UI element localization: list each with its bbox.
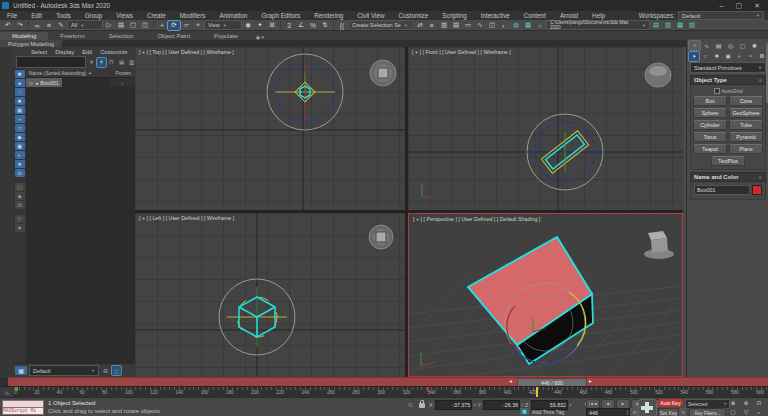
display-materials-toggle[interactable]: ◐	[15, 151, 25, 159]
pin-explorer-icon[interactable]: ◫	[112, 366, 121, 375]
menu-item[interactable]: Arnold	[553, 12, 585, 19]
menu-item[interactable]: Help	[585, 12, 612, 19]
object-type-button[interactable]: Pyramid	[729, 132, 763, 142]
motion-tab[interactable]: ◎	[725, 41, 736, 50]
cameras-category[interactable]: ▣	[723, 52, 733, 61]
edit-named-selection-sets-icon[interactable]: {(	[336, 21, 348, 30]
shapes-category[interactable]: ○	[700, 52, 710, 61]
key-filters-button[interactable]: Key Filters...	[689, 408, 726, 416]
y-coord-field[interactable]: -26.36	[483, 400, 520, 410]
selection-lock-toggle-icon[interactable]	[419, 403, 425, 408]
object-type-button[interactable]: GeoSphere	[729, 108, 763, 118]
display-all-toggle[interactable]: ✱	[15, 70, 25, 78]
lights-category[interactable]: ✹	[712, 52, 722, 61]
lock-explorer-icon[interactable]: ⊓	[107, 58, 116, 67]
curve-editor-icon[interactable]: ∿	[474, 21, 486, 30]
display-hidden-toggle[interactable]: ⊙	[15, 169, 25, 177]
menu-item[interactable]: Animation	[212, 12, 254, 19]
delete-explorer-icon[interactable]: ⊟	[101, 366, 110, 375]
snaps-toggle-3d-icon[interactable]: 3	[283, 21, 295, 30]
viewport-front-label[interactable]: [ + ] [ Front ] [ User Defined ] [ Wiref…	[412, 49, 511, 55]
explorer-column-header[interactable]: Name (Sorted Ascending) ▲ Frozen	[26, 68, 135, 78]
polygon-modeling-panel[interactable]: Polygon Modeling	[0, 40, 62, 47]
explorer-menu-item[interactable]: Select	[27, 49, 51, 55]
zoom-region-icon[interactable]: ▢	[727, 408, 739, 416]
zoom-all-icon[interactable]: ⊛	[740, 399, 752, 407]
menu-item[interactable]: Views	[109, 12, 140, 19]
next-frame-arrow-icon[interactable]: ►	[588, 378, 593, 384]
set-key-button[interactable]: Set Key	[658, 408, 679, 416]
lock-cell-editing-toggle[interactable]: ⊡	[15, 201, 25, 209]
viewport-left[interactable]: [ + ] [ Left ] [ User Defined ] [ Wirefr…	[135, 213, 405, 377]
create-tab[interactable]: ＋	[689, 41, 700, 50]
object-type-button[interactable]: Cylinder	[693, 120, 727, 130]
ribbon-tab[interactable]: Object Paint	[145, 32, 202, 40]
keyframe-marker[interactable]	[427, 387, 429, 392]
select-and-rotate-icon[interactable]: ⟳	[168, 21, 180, 30]
frozen-column-header[interactable]: Frozen	[115, 70, 135, 76]
keyframe-marker-start[interactable]	[15, 387, 18, 391]
Box001[interactable]: ⊙ ● Box001 ＋	[26, 78, 135, 87]
save-scene-icon[interactable]: ▦	[674, 21, 686, 30]
utilities-tab[interactable]: ✱	[749, 41, 760, 50]
object-type-button[interactable]: Sphere	[693, 108, 727, 118]
open-recent-icon[interactable]: ▥	[662, 21, 674, 30]
display-bones-toggle[interactable]: ◆	[15, 133, 25, 141]
viewport-left-label[interactable]: [ + ] [ Left ] [ User Defined ] [ Wirefr…	[139, 215, 234, 221]
display-dependents-toggle[interactable]: ■	[15, 192, 25, 200]
spinner-snap-icon[interactable]: ⇅	[319, 21, 331, 30]
menu-item[interactable]: Content	[517, 12, 553, 19]
pan-icon[interactable]: ⇔	[753, 408, 765, 416]
schematic-view-icon[interactable]: ◫	[486, 21, 498, 30]
display-spacewarps-toggle[interactable]: ≈	[15, 124, 25, 132]
redo-icon[interactable]: ↷	[14, 21, 26, 30]
object-type-button[interactable]: Tube	[729, 120, 763, 130]
display-containers-toggle[interactable]: ▣	[15, 142, 25, 150]
render-setup-icon[interactable]: ◍	[510, 21, 522, 30]
object-type-button[interactable]: Torus	[693, 132, 727, 142]
visibility-eye-icon[interactable]: ⊙	[29, 80, 33, 86]
filter-funnel-icon[interactable]: ▼	[97, 58, 106, 67]
menu-item[interactable]: Interactive	[474, 12, 517, 19]
select-and-scale-icon[interactable]: ▱	[180, 21, 192, 30]
menu-item[interactable]: Create	[140, 12, 173, 19]
display-cameras-toggle[interactable]: ▦	[15, 106, 25, 114]
select-by-name-icon[interactable]: ▤	[115, 21, 127, 30]
menu-item[interactable]: Edit	[24, 12, 49, 19]
workspace-dropdown[interactable]: Default ▼	[678, 11, 764, 20]
y-spinner[interactable]: ▲▼	[521, 403, 524, 408]
rendered-frame-window-icon[interactable]: ▦	[522, 21, 534, 30]
add-time-tag-button[interactable]: Add Time Tag	[532, 409, 564, 415]
unlink-selection-icon[interactable]: ⌀	[43, 21, 55, 30]
toggle-layer-explorer-icon[interactable]: ▤	[450, 21, 462, 30]
time-slider-track[interactable]	[8, 377, 768, 386]
select-object-icon[interactable]: ▷	[103, 21, 115, 30]
explorer-search-input[interactable]	[16, 56, 86, 68]
render-production-icon[interactable]: ☼	[534, 21, 546, 30]
zoom-icon[interactable]: ⊕	[727, 399, 739, 407]
use-pivot-point-center-icon[interactable]: ◉	[242, 21, 254, 30]
current-frame-field[interactable]: 446 ▲▼	[586, 408, 630, 416]
ribbon-tab[interactable]: Freeform	[48, 32, 96, 40]
ribbon-tab[interactable]: Selection	[97, 32, 146, 40]
window-crossing-icon[interactable]: ◫	[139, 21, 151, 30]
viewport-perspective[interactable]: [ + ] [ Perspective ] [ User Defined ] […	[408, 213, 683, 377]
menu-item[interactable]: Graph Editors	[254, 12, 307, 19]
menu-item[interactable]: Scripting	[435, 12, 474, 19]
project-path-dropdown[interactable]: C:\Users\pango\Documents\3ds Max 2020▼	[546, 20, 650, 30]
previous-frame-arrow-icon[interactable]: ◄	[508, 378, 513, 384]
set-keys-button[interactable]	[638, 399, 657, 416]
menu-item[interactable]: Tools	[49, 12, 78, 19]
display-shapes-toggle[interactable]: ○	[15, 88, 25, 96]
toggle-ribbon-icon[interactable]: ▭	[462, 21, 474, 30]
clear-search-icon[interactable]: ✕	[87, 58, 96, 67]
menu-item[interactable]: Customize	[392, 12, 436, 19]
autogrid-checkbox[interactable]	[714, 88, 720, 94]
angle-snap-icon[interactable]: ∠	[295, 21, 307, 30]
viewport-perspective-label[interactable]: [ + ] [ Perspective ] [ User Defined ] […	[413, 216, 540, 222]
align-icon[interactable]: ≡	[426, 21, 438, 30]
ribbon-tab[interactable]: Populate	[202, 32, 250, 40]
material-editor-icon[interactable]: ◐	[498, 21, 510, 30]
x-spinner[interactable]: ▲▼	[473, 403, 476, 408]
helpers-category[interactable]: ＋	[734, 52, 744, 61]
